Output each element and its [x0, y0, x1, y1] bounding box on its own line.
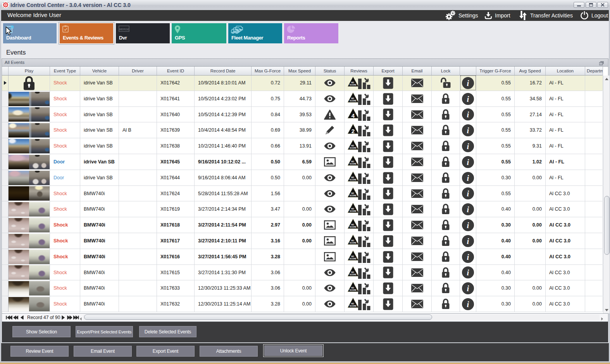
svg-text:i: i	[467, 110, 469, 119]
svg-text:SCORE: SCORE	[350, 273, 357, 276]
svg-text:SCORE: SCORE	[350, 258, 357, 260]
svg-text:SCORE: SCORE	[350, 226, 357, 228]
svg-text:i: i	[467, 94, 469, 104]
svg-text:i: i	[467, 268, 469, 277]
svg-text:i: i	[467, 158, 469, 167]
svg-text:i: i	[467, 126, 469, 135]
svg-text:SCORE: SCORE	[350, 84, 357, 86]
svg-text:i: i	[467, 237, 469, 246]
svg-text:i: i	[467, 205, 469, 214]
svg-text:i: i	[467, 300, 469, 309]
svg-text:SCORE: SCORE	[350, 194, 357, 197]
svg-text:SCORE: SCORE	[350, 100, 357, 102]
svg-text:SCORE: SCORE	[350, 289, 357, 291]
svg-text:i: i	[467, 189, 469, 198]
svg-text:i: i	[467, 142, 469, 151]
svg-text:SCORE: SCORE	[350, 242, 357, 244]
svg-text:i: i	[467, 173, 469, 183]
svg-text:SCORE: SCORE	[350, 179, 357, 181]
svg-text:SCORE: SCORE	[350, 210, 357, 212]
svg-text:i: i	[467, 221, 469, 230]
svg-text:MERGE: MERGE	[119, 28, 129, 31]
svg-text:SCORE: SCORE	[350, 163, 357, 165]
svg-text:SCORE: SCORE	[350, 305, 357, 307]
svg-text:4: 4	[352, 112, 355, 118]
svg-text:2: 2	[352, 128, 355, 134]
svg-text:i: i	[467, 252, 469, 262]
svg-text:i: i	[467, 79, 469, 88]
svg-text:SCORE: SCORE	[350, 147, 357, 149]
svg-text:i: i	[467, 284, 469, 293]
